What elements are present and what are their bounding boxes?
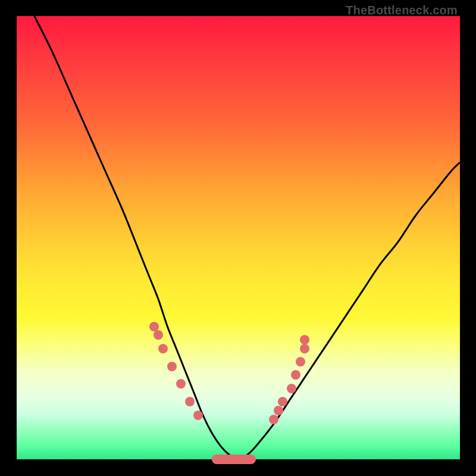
curve-marker [300,335,309,345]
curve-marker [269,415,278,424]
curve-flat-marker [212,455,256,464]
bottleneck-curve [17,16,460,459]
curve-marker [296,357,305,367]
curve-marker [167,362,177,371]
curve-marker [158,344,168,353]
curve-marker [274,406,283,415]
curve-marker [300,344,309,353]
curve-marker [287,384,296,393]
attribution-text: TheBottleneck.com [346,4,458,17]
chart-frame: TheBottleneck.com [0,0,476,476]
plot-area [17,16,460,459]
curve-marker [193,411,203,420]
curve-marker [185,397,195,406]
curve-marker [149,322,159,331]
curve-marker [176,379,186,389]
